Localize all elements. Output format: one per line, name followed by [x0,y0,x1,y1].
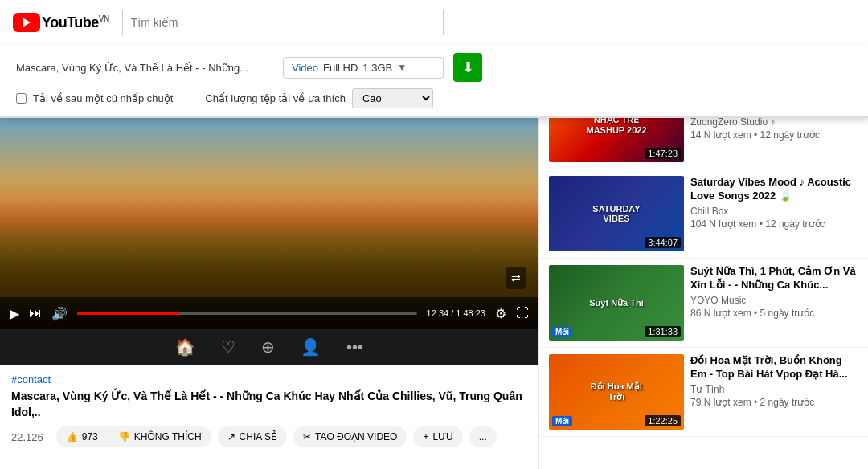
sidebar-meta: 86 N lượt xem • 5 ngày trước [690,308,858,319]
quality-label: Full HD [323,62,358,74]
scissors-icon: ✂ [303,431,311,442]
sidebar: NHẠC TRẺ MASHUP 2022 1:47:23 Mashup Top … [538,80,868,469]
more-label: ... [479,431,487,442]
sidebar-channel: YOYO Music [690,295,858,306]
share-button[interactable]: ↗ CHIA SẺ [218,426,287,447]
quality-pref-select[interactable]: Cao Trung bình Thấp [352,88,433,108]
sidebar-meta: 14 N lượt xem • 12 ngày trước [690,129,858,141]
thumb-overlay-text: Suýt Nữa Thì [589,298,644,308]
skip-next-icon[interactable]: ⏭ [29,306,42,320]
thumb-duration: 1:31:33 [645,326,681,337]
sidebar-channel: Tự Tình [690,384,858,395]
video-section: ▶ ⏭ 🔊 12:34 / 1:48:23 ⚙ ⛶ ⇄ 🏠 ♡ ⊕ [0,80,538,469]
youtube-logo-text: YouTubeVN [42,14,109,31]
search-input[interactable] [122,10,444,35]
action-buttons: 👍 973 👎 KHÔNG THÍCH ↗ CHIA SẺ ✂ TAO ĐOẠN… [56,426,503,447]
thumb-overlay-text: SATURDAY VIBES [583,204,650,223]
quality-size: 1.3GB [362,62,392,74]
download-options-row2: Tải về sau một cú nhấp chuột Chất lượng … [16,88,852,108]
save-button[interactable]: + LƯU [413,426,462,447]
thumb-duration: 1:22:25 [645,415,681,426]
video-hashtag[interactable]: #contact [11,373,527,385]
dots-icon: ••• [346,338,363,357]
volume-icon[interactable]: 🔊 [51,306,68,321]
sidebar-meta: 79 N lượt xem • 2 ngày trước [690,397,858,408]
share-icon: ↗ [227,431,235,442]
more-actions-button[interactable]: ... [469,426,497,447]
add-icon-button[interactable]: ⊕ [261,337,275,357]
dislike-label: KHÔNG THÍCH [134,431,202,442]
sidebar-item[interactable]: Suýt Nữa Thì 1:31:33 Mới Suýt Nữa Thì, 1… [539,259,868,348]
view-count: 22.126 [11,431,43,443]
quality-type-label: Video [292,62,318,74]
download-filename: Mascara, Vùng Ký Ức, Và Thế Là Hết - - N… [16,62,273,74]
download-options-panel: Mascara, Vùng Ký Ức, Và Thế Là Hết - - N… [0,45,868,118]
video-meta: 22.126 👍 973 👎 KHÔNG THÍCH ↗ CHIA SẺ [11,426,527,447]
video-overlay [0,201,538,297]
save-label: LƯU [432,431,452,442]
playlist-add-icon: + [423,431,428,442]
quality-preference: Chất lượng tệp tải về ưa thích Cao Trung… [205,88,433,108]
chevron-down-icon: ▼ [397,62,407,73]
person-icon-button[interactable]: 👤 [301,337,321,357]
player-icons-bar: 🏠 ♡ ⊕ 👤 ••• [0,329,538,365]
video-controls: ▶ ⏭ 🔊 12:34 / 1:48:23 ⚙ ⛶ [0,297,538,329]
fullscreen-player-icon[interactable]: ⛶ [516,306,529,320]
sidebar-item[interactable]: Đồi Hoa Mặt Trời 1:22:25 Mới Đồi Hoa Mặt… [539,348,868,437]
sidebar-title: Saturday Vibes Mood ♪ Acoustic Love Song… [690,176,858,203]
download-confirm-button[interactable]: ⬇ [453,53,482,82]
thumbs-down-icon: 👎 [118,431,130,442]
play-icon[interactable]: ▶ [10,306,19,321]
video-label: TAO ĐOẠN VIDEO [315,431,397,442]
new-badge: Mới [552,416,572,426]
clip-button[interactable]: ✂ TAO ĐOẠN VIDEO [293,426,407,447]
sidebar-meta: 104 N lượt xem • 12 ngày trước [690,218,858,230]
thumbnail: Suýt Nữa Thì 1:31:33 Mới [549,265,684,341]
sidebar-item[interactable]: SATURDAY VIBES 3:44:07 Saturday Vibes Mo… [539,169,868,259]
youtube-logo-icon [13,13,40,32]
thumbnail: Đồi Hoa Mặt Trời 1:22:25 Mới [549,354,684,430]
main-content: ▶ ⏭ 🔊 12:34 / 1:48:23 ⚙ ⛶ ⇄ 🏠 ♡ ⊕ [0,80,868,469]
thumb-duration: 1:47:23 [645,148,681,159]
thumbs-up-icon: 👍 [66,431,78,442]
sidebar-channel: Chill Box [690,206,858,217]
home-icon-button[interactable]: 🏠 [175,337,195,357]
time-display: 12:34 / 1:48:23 [427,308,485,318]
logo-vn: VN [99,14,109,23]
sidebar-info: Suýt Nữa Thì, 1 Phút, Cảm Ơn Và Xin Lỗi … [690,265,858,341]
sidebar-title: Đồi Hoa Mặt Trời, Buồn Không Em - Top Bà… [690,354,858,381]
like-button[interactable]: 👍 973 [56,426,108,447]
thumb-overlay-text: Đồi Hoa Mặt Trời [583,381,650,402]
like-count: 973 [82,431,98,442]
progress-fill [77,312,179,315]
download-options-row1: Mascara, Vùng Ký Ức, Và Thế Là Hết - - N… [16,53,852,82]
one-click-checkbox[interactable] [16,93,27,104]
header: YouTubeVN [0,0,868,45]
shuffle-icon[interactable]: ⇄ [506,267,526,289]
checkbox-text: Tải về sau một cú nhấp chuột [33,92,173,104]
quality-selector[interactable]: Video Full HD 1.3GB ▼ [283,57,444,79]
home-icon: 🏠 [175,337,195,357]
sidebar-info: Đồi Hoa Mặt Trời, Buồn Không Em - Top Bà… [690,354,858,430]
sidebar-info: Saturday Vibes Mood ♪ Acoustic Love Song… [690,176,858,251]
quality-pref-label: Chất lượng tệp tải về ưa thích [205,92,346,104]
like-icon-button[interactable]: ♡ [221,337,235,357]
person-icon: 👤 [301,337,321,357]
video-title: Mascara, Vùng Ký Ức, Và Thế Là Hết - - N… [11,389,527,420]
thumb-duration: 3:44:07 [645,237,681,248]
new-badge: Mới [552,327,572,337]
more-player-icon-button[interactable]: ••• [346,338,363,357]
thumbnail: SATURDAY VIBES 3:44:07 [549,176,684,251]
logo-text: YouTube [42,14,99,31]
sidebar-title: Suýt Nữa Thì, 1 Phút, Cảm Ơn Và Xin Lỗi … [690,265,858,292]
one-click-download-label[interactable]: Tải về sau một cú nhấp chuột [16,92,173,104]
share-label: CHIA SẺ [240,431,277,442]
settings-icon[interactable]: ⚙ [495,306,506,321]
video-info: #contact Mascara, Vùng Ký Ức, Và Thế Là … [0,365,538,469]
heart-icon: ♡ [221,337,235,357]
plus-circle-icon: ⊕ [261,337,275,357]
dislike-button[interactable]: 👎 KHÔNG THÍCH [108,426,211,447]
youtube-logo[interactable]: YouTubeVN [13,13,109,32]
progress-bar[interactable] [77,312,417,315]
